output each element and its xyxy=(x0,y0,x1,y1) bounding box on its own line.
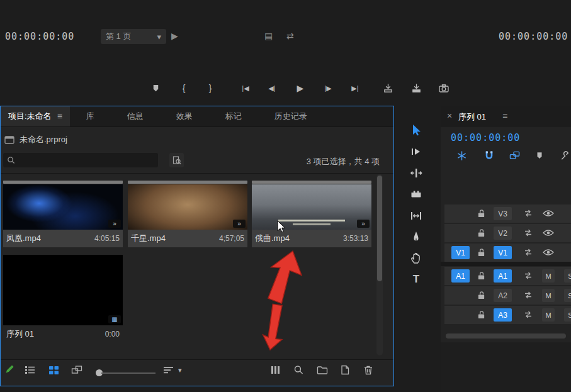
tab-libraries[interactable]: 库 xyxy=(70,106,111,126)
track-target-toggle[interactable]: V2 xyxy=(494,227,512,240)
track-output-eye-icon[interactable] xyxy=(543,210,554,217)
mute-button[interactable]: M xyxy=(542,289,555,302)
play-button[interactable]: ▶ xyxy=(292,81,308,96)
lock-icon[interactable] xyxy=(477,248,485,257)
sync-lock-icon[interactable] xyxy=(524,228,533,237)
mark-in-button[interactable]: { xyxy=(176,81,192,96)
search-bins-button[interactable] xyxy=(169,153,184,167)
lock-icon[interactable] xyxy=(477,291,485,300)
track-target-toggle[interactable]: A1 xyxy=(494,269,512,283)
timeline-settings-button[interactable] xyxy=(559,150,570,161)
export-frame-button[interactable] xyxy=(436,81,452,96)
close-icon[interactable]: × xyxy=(447,111,452,121)
insert-button[interactable] xyxy=(380,81,396,96)
sync-lock-icon[interactable] xyxy=(524,271,533,280)
project-file-row[interactable]: 未命名.prproj xyxy=(4,134,67,145)
list-view-button[interactable] xyxy=(25,365,35,375)
lock-icon[interactable] xyxy=(477,209,485,218)
sync-lock-icon[interactable] xyxy=(524,291,533,300)
captions-icon[interactable]: ▤ xyxy=(264,31,273,41)
clip-thumbnail[interactable]: » xyxy=(3,184,123,230)
sort-button[interactable] xyxy=(163,365,174,375)
mark-out-button[interactable]: } xyxy=(202,81,218,96)
compare-view-icon[interactable]: ⇄ xyxy=(286,31,294,41)
clip-name[interactable]: 千星.mp4 xyxy=(131,233,166,244)
new-item-button[interactable] xyxy=(340,365,350,375)
hand-tool[interactable] xyxy=(408,250,424,266)
bin-item-phoenix[interactable]: » 凤凰.mp4 4:05:15 xyxy=(3,181,123,247)
tab-project[interactable]: 项目:未命名 ≡ xyxy=(1,106,70,126)
clip-name[interactable]: 凤凰.mp4 xyxy=(6,233,41,244)
track-output-eye-icon[interactable] xyxy=(543,229,554,237)
nest-sequence-toggle[interactable] xyxy=(456,150,467,161)
page-flyout-icon[interactable]: ▶ xyxy=(171,31,178,41)
clip-thumbnail[interactable]: » xyxy=(252,184,371,230)
type-tool[interactable]: T xyxy=(408,271,424,288)
add-marker-button[interactable] xyxy=(147,81,164,96)
step-back-button[interactable]: ◀| xyxy=(264,81,280,96)
clip-name[interactable]: 俄曲.mp4 xyxy=(255,233,290,244)
source-patch-a1[interactable]: A1 xyxy=(451,269,470,283)
hover-scrub-bar[interactable] xyxy=(128,181,247,184)
lock-icon[interactable] xyxy=(477,271,485,281)
lock-icon[interactable] xyxy=(477,228,485,238)
horizontal-scrollbar-thumb[interactable] xyxy=(446,333,566,339)
page-select-dropdown[interactable]: 第 1 页 ▾ xyxy=(101,29,166,44)
icon-view-button[interactable] xyxy=(48,365,59,375)
sync-lock-icon[interactable] xyxy=(524,310,533,319)
panel-menu-icon[interactable]: ≡ xyxy=(502,111,507,121)
freeform-view-button[interactable] xyxy=(71,365,82,375)
sequence-name[interactable]: 序列 01 xyxy=(6,328,34,340)
track-target-toggle[interactable]: V1 xyxy=(494,246,512,259)
solo-button[interactable]: S xyxy=(564,269,571,283)
source-patch-v1[interactable]: V1 xyxy=(451,246,470,259)
vertical-scrollbar-thumb[interactable] xyxy=(377,176,382,281)
clip-thumbnail[interactable]: » xyxy=(128,184,247,230)
bin-item-qianxing[interactable]: » 千星.mp4 4;57;05 xyxy=(128,181,247,247)
selection-tool[interactable] xyxy=(408,122,424,138)
clip-label-row[interactable]: 俄曲.mp4 3:53:13 xyxy=(252,230,371,247)
hover-scrub-bar[interactable] xyxy=(3,181,123,184)
video-track-v2[interactable]: V2 xyxy=(444,224,571,242)
zoom-slider-track[interactable] xyxy=(101,372,155,374)
razor-tool[interactable] xyxy=(408,186,424,203)
overwrite-button[interactable] xyxy=(408,81,424,96)
automate-to-sequence-button[interactable] xyxy=(270,365,281,375)
audio-track-a3[interactable]: A3 M S xyxy=(444,306,571,324)
linked-selection-toggle[interactable] xyxy=(509,150,520,161)
clip-label-row[interactable]: 千星.mp4 4;57;05 xyxy=(128,230,247,247)
new-bin-button[interactable] xyxy=(317,365,328,375)
mute-button[interactable]: M xyxy=(542,269,555,283)
video-track-v3[interactable]: V3 xyxy=(444,204,571,223)
go-to-out-button[interactable]: ▶| xyxy=(347,81,363,96)
chevron-down-icon[interactable]: ▾ xyxy=(178,366,182,374)
track-target-toggle[interactable]: A3 xyxy=(494,308,512,322)
sequence-thumbnail[interactable]: ▦ xyxy=(3,255,123,325)
find-button[interactable] xyxy=(293,365,304,375)
bin-item-equ[interactable]: » 俄曲.mp4 3:53:13 xyxy=(252,181,371,247)
sync-lock-icon[interactable] xyxy=(524,209,533,218)
tab-sequence-01[interactable]: 序列 01 xyxy=(458,111,486,123)
track-target-toggle[interactable]: V3 xyxy=(494,207,512,220)
search-input[interactable] xyxy=(18,156,144,165)
project-writable-button[interactable] xyxy=(4,364,15,374)
sync-lock-icon[interactable] xyxy=(524,248,533,257)
tab-markers[interactable]: 标记 xyxy=(209,106,258,126)
track-output-eye-icon[interactable] xyxy=(543,249,554,256)
step-forward-button[interactable]: |▶ xyxy=(320,81,336,96)
hover-scrub-bar[interactable] xyxy=(252,181,371,184)
ripple-edit-tool[interactable] xyxy=(408,165,424,181)
slip-tool[interactable] xyxy=(408,208,424,224)
tab-history[interactable]: 历史记录 xyxy=(258,106,324,126)
pen-tool[interactable] xyxy=(408,229,424,245)
clip-label-row[interactable]: 凤凰.mp4 4:05:15 xyxy=(3,230,123,247)
tab-info[interactable]: 信息 xyxy=(111,106,160,126)
search-box[interactable] xyxy=(3,153,158,167)
track-select-forward-tool[interactable] xyxy=(408,143,424,160)
mute-button[interactable]: M xyxy=(542,308,555,322)
tab-effects[interactable]: 效果 xyxy=(160,106,209,126)
track-target-toggle[interactable]: A2 xyxy=(494,289,512,302)
sequence-label-row[interactable]: 序列 01 0:00 xyxy=(3,325,123,343)
go-to-in-button[interactable]: |◀ xyxy=(237,81,254,96)
clear-button[interactable] xyxy=(363,365,373,375)
